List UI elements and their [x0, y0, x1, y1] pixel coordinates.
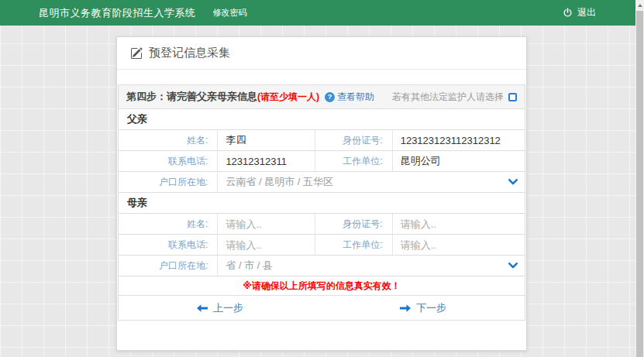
prev-step-label: 上一步 [213, 301, 243, 315]
section-title-father: 父亲 [119, 109, 525, 130]
father-workplace-label: 工作单位: [315, 151, 393, 171]
main-card: 预登记信息采集 第四步：请完善父亲母亲信息 (请至少填一人) ? 查看帮助 若有… [116, 36, 527, 351]
mother-workplace-input[interactable] [393, 239, 525, 251]
mother-region-select[interactable]: 省 / 市 / 县 [218, 256, 525, 276]
step-hint: (请至少填一人) [257, 91, 319, 104]
edit-pencil-square-icon [130, 47, 143, 60]
change-password-link[interactable]: 修改密码 [213, 7, 247, 19]
father-row-name-id: 姓名: 身份证号: [119, 130, 525, 151]
chevron-down-icon[interactable] [508, 179, 518, 185]
father-row-phone-work: 联系电话: 工作单位: [119, 151, 525, 172]
arrow-left-icon [197, 304, 208, 312]
form-warning: ※请确保以上所填写的信息真实有效！ [119, 276, 525, 296]
father-phone-input[interactable] [218, 156, 315, 167]
mother-id-input[interactable] [393, 218, 525, 230]
page: { "header": { "title": "昆明市义务教育阶段招生入学系统"… [0, 0, 644, 357]
logout-label: 退出 [577, 6, 596, 19]
app-header: 昆明市义务教育阶段招生入学系统 修改密码 退出 [0, 0, 644, 26]
mother-row-name-id: 姓名: 身份证号: [119, 214, 525, 235]
mother-region-value: 省 / 市 / 县 [226, 259, 273, 273]
father-row-region: 户口所在地: 云南省 / 昆明市 / 五华区 [119, 172, 525, 193]
other-guardian-option: 若有其他法定监护人请选择 [392, 91, 517, 104]
guardian-checkbox[interactable] [508, 93, 517, 101]
father-region-select[interactable]: 云南省 / 昆明市 / 五华区 [218, 172, 525, 192]
form-panel: 第四步：请完善父亲母亲信息 (请至少填一人) ? 查看帮助 若有其他法定监护人请… [118, 84, 525, 321]
mother-region-label: 户口所在地: [119, 256, 218, 276]
mother-name-label: 姓名: [119, 214, 218, 234]
scrollbar-up-arrow-icon[interactable] [635, 0, 644, 10]
mother-id-label: 身份证号: [315, 214, 393, 234]
father-name-input[interactable] [218, 135, 315, 146]
mother-row-region: 户口所在地: 省 / 市 / 县 [119, 256, 525, 276]
mother-row-phone-work: 联系电话: 工作单位: [119, 235, 525, 256]
arrow-right-icon [400, 304, 411, 312]
father-region-value: 云南省 / 昆明市 / 五华区 [226, 175, 333, 189]
next-step-label: 下一步 [416, 301, 446, 315]
guardian-note-label: 若有其他法定监护人请选择 [392, 91, 504, 104]
father-id-label: 身份证号: [315, 130, 393, 150]
father-region-label: 户口所在地: [119, 172, 218, 192]
view-help-link[interactable]: 查看帮助 [337, 91, 374, 104]
mother-phone-label: 联系电话: [119, 235, 218, 255]
step-title: 第四步：请完善父亲母亲信息 [126, 90, 257, 104]
chevron-down-icon[interactable] [508, 263, 518, 269]
card-title-bar: 预登记信息采集 [117, 37, 526, 70]
logout-button[interactable]: 退出 [563, 6, 596, 19]
mother-workplace-label: 工作单位: [315, 235, 393, 255]
step-header: 第四步：请完善父亲母亲信息 (请至少填一人) ? 查看帮助 若有其他法定监护人请… [119, 85, 525, 109]
question-mark-icon: ? [325, 92, 335, 102]
father-workplace-input[interactable] [393, 156, 525, 167]
scrollbar-thumb[interactable] [636, 11, 643, 357]
father-name-label: 姓名: [119, 130, 218, 150]
app-title: 昆明市义务教育阶段招生入学系统 [39, 6, 196, 20]
scrollbar[interactable] [635, 0, 644, 357]
next-step-button[interactable]: 下一步 [322, 296, 525, 320]
form-nav: 上一步 下一步 [119, 296, 525, 320]
prev-step-button[interactable]: 上一步 [119, 296, 322, 320]
father-phone-label: 联系电话: [119, 151, 218, 171]
page-title: 预登记信息采集 [149, 46, 230, 60]
power-icon [563, 8, 573, 18]
father-id-input[interactable] [393, 135, 525, 146]
section-title-mother: 母亲 [119, 193, 525, 214]
mother-name-input[interactable] [218, 218, 315, 230]
mother-phone-input[interactable] [218, 239, 315, 251]
